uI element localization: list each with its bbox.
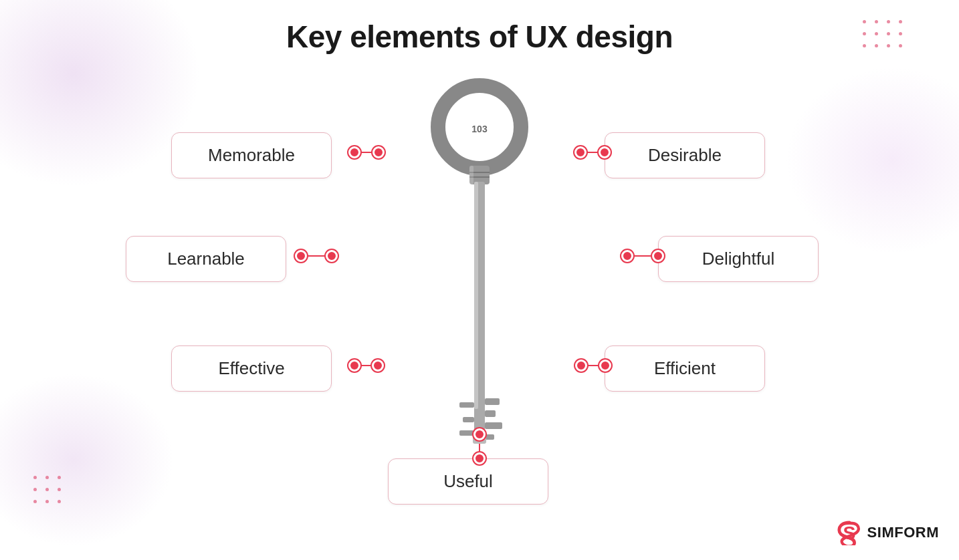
dot-grid-bottom-left [33, 476, 64, 507]
svg-rect-17 [485, 422, 502, 429]
svg-rect-15 [485, 398, 500, 405]
simform-logo: S SIMFORM [837, 520, 939, 545]
effective-dot-right [372, 360, 384, 372]
background-blob-top-right [785, 67, 959, 254]
svg-rect-21 [459, 430, 474, 436]
efficient-label: Efficient [605, 345, 765, 392]
svg-rect-18 [485, 434, 494, 440]
background-blob-bottom-left [0, 373, 174, 547]
efficient-dot-right [599, 360, 611, 372]
svg-rect-20 [463, 417, 474, 422]
effective-dot-left [348, 360, 360, 372]
learnable-dot-right [326, 250, 338, 262]
desirable-dot-left [574, 146, 587, 158]
simform-logo-icon: S [837, 520, 862, 545]
desirable-label: Desirable [605, 132, 765, 178]
useful-dot-top [473, 452, 486, 464]
page-title: Key elements of UX design [0, 19, 959, 55]
learnable-label: Learnable [126, 236, 286, 282]
useful-label: Useful [388, 458, 548, 505]
delightful-dot-left [621, 250, 633, 262]
memorable-label: Memorable [171, 132, 332, 178]
svg-rect-19 [459, 402, 474, 408]
desirable-dot-right [599, 146, 611, 158]
svg-text:S: S [843, 522, 855, 543]
useful-dot-bottom [473, 428, 486, 440]
svg-rect-24 [469, 166, 473, 184]
delightful-dot-right [652, 250, 664, 262]
efficient-dot-left [575, 360, 587, 372]
svg-rect-16 [485, 410, 496, 417]
learnable-dot-left [295, 250, 307, 262]
effective-label: Effective [171, 345, 332, 392]
memorable-dot-left [348, 146, 360, 158]
key-image: 103 [393, 67, 566, 468]
simform-logo-text: SIMFORM [867, 524, 939, 541]
memorable-dot-right [372, 146, 385, 158]
svg-text:103: 103 [471, 124, 488, 134]
svg-rect-23 [474, 182, 478, 409]
delightful-label: Delightful [658, 236, 819, 282]
